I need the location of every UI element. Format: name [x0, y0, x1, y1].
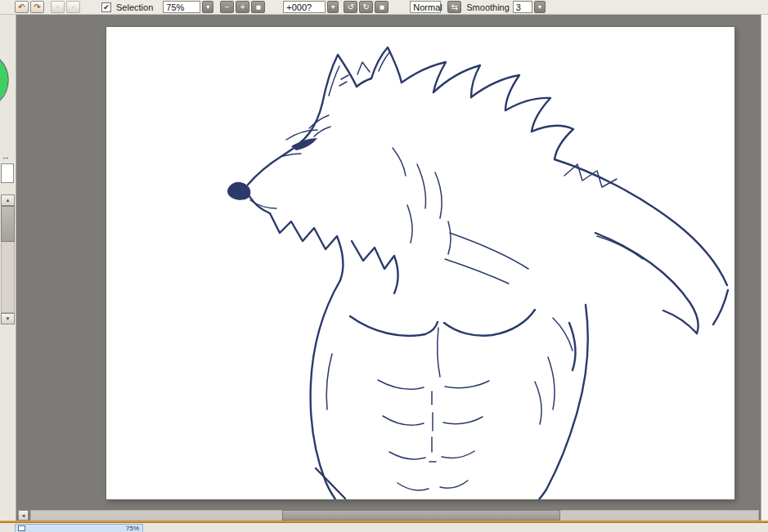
rotate-cw-button[interactable]: ↻ [359, 1, 373, 13]
h-scroll-left-button[interactable]: ◄ [18, 510, 29, 521]
triangle-down-icon: ▼ [6, 316, 11, 321]
selection-checkbox[interactable]: ✔ [101, 2, 111, 12]
left-panel-edge: ↔ ▲ ▼ [0, 15, 16, 521]
zoom-out-button[interactable]: − [220, 1, 234, 13]
status-bar: 75% [0, 523, 768, 532]
wolf-sketch [106, 27, 734, 499]
h-scroll-thumb[interactable] [282, 510, 560, 521]
painttool-window: ↶ ↷ ▫ ▫ ✔ Selection 75% ▼ − + ■ +000? ▼ … [0, 0, 768, 532]
right-edge-gutter [761, 15, 768, 521]
chevron-down-icon: ▼ [330, 4, 336, 10]
smoothing-value-field[interactable]: 3 [513, 1, 532, 13]
drawing-canvas[interactable] [106, 27, 734, 499]
canvas-viewport[interactable]: ◄ [16, 15, 761, 521]
zoom-value-field[interactable]: 75% [163, 1, 200, 13]
color-wheel[interactable] [0, 47, 11, 113]
zoom-dropdown-button[interactable]: ▼ [202, 1, 213, 13]
document-thumbnail-icon [18, 525, 25, 531]
smoothing-label: Smoothing [466, 2, 510, 12]
document-tab-label: 75% [126, 525, 139, 532]
angle-value-field[interactable]: +000? [283, 1, 326, 13]
redo-button[interactable]: ↷ [30, 1, 44, 13]
toolbar-disabled-button-2[interactable]: ▫ [66, 1, 80, 13]
panel-scroll-up-button[interactable]: ▲ [1, 194, 15, 206]
rotate-ccw-button[interactable]: ↺ [344, 1, 357, 13]
top-toolbar: ↶ ↷ ▫ ▫ ✔ Selection 75% ▼ − + ■ +000? ▼ … [0, 0, 768, 15]
toolbar-disabled-button-1[interactable]: ▫ [51, 1, 65, 13]
undo-button[interactable]: ↶ [15, 1, 29, 13]
triangle-left-icon: ◄ [21, 513, 26, 518]
checkmark-icon: ✔ [103, 3, 110, 11]
document-tab[interactable]: 75% [15, 524, 143, 532]
angle-reset-button[interactable]: ■ [375, 1, 388, 13]
zoom-in-button[interactable]: + [236, 1, 249, 13]
chevron-down-icon: ▼ [537, 4, 542, 10]
blend-mode-field[interactable]: Normal [410, 1, 441, 13]
triangle-up-icon: ▲ [6, 198, 11, 203]
swatch-box[interactable] [1, 163, 14, 183]
chevron-down-icon: ▼ [205, 4, 211, 10]
panel-scroll-down-button[interactable]: ▼ [1, 313, 15, 324]
horizontal-scrollbar: ◄ [18, 510, 759, 521]
panel-scrollbar-thumb[interactable] [1, 206, 15, 242]
rotate-view-icon[interactable]: ↔ [2, 152, 10, 161]
angle-dropdown-button[interactable]: ▼ [327, 1, 339, 13]
zoom-reset-button[interactable]: ■ [251, 1, 265, 13]
flip-horizontal-button[interactable]: ⇆ [447, 1, 461, 13]
flip-horizontal-icon: ⇆ [451, 3, 458, 11]
smoothing-dropdown-button[interactable]: ▼ [534, 1, 546, 13]
selection-label: Selection [116, 2, 153, 12]
